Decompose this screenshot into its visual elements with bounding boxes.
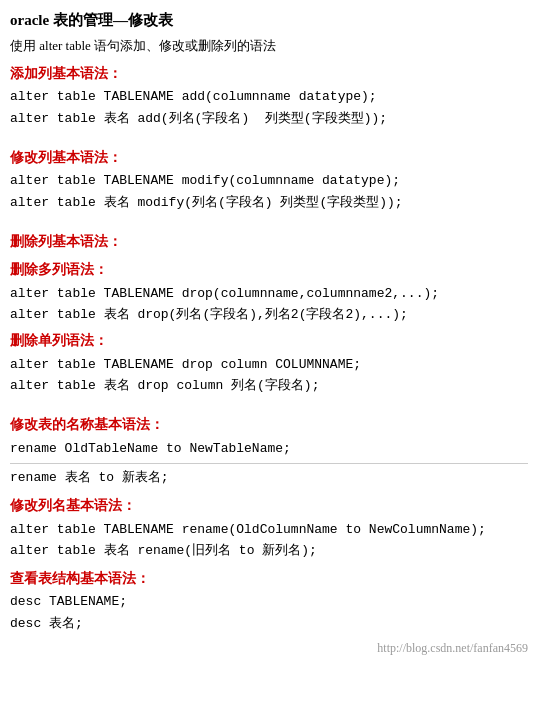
- section-rename-table: 修改表的名称基本语法： rename OldTableName to NewTa…: [10, 414, 528, 459]
- section-header-desc: 查看表结构基本语法：: [10, 568, 528, 590]
- code-modify-1: alter table TABLENAME modify(columnname …: [10, 171, 528, 192]
- code-drop-single-2: alter table 表名 drop column 列名(字段名);: [10, 376, 528, 397]
- code-drop-single-1: alter table TABLENAME drop column COLUMN…: [10, 355, 528, 376]
- watermark: http://blog.csdn.net/fanfan4569: [10, 639, 528, 658]
- section-add-col: 添加列基本语法： alter table TABLENAME add(colum…: [10, 63, 528, 130]
- section-drop: 删除列基本语法： 删除多列语法： alter table TABLENAME d…: [10, 231, 528, 397]
- code-desc-2: desc 表名;: [10, 614, 528, 635]
- code-modify-2: alter table 表名 modify(列名(字段名) 列类型(字段类型))…: [10, 193, 528, 214]
- divider-1: [10, 463, 528, 464]
- code-add-1: alter table TABLENAME add(columnname dat…: [10, 87, 528, 108]
- code-add-2: alter table 表名 add(列名(字段名) 列类型(字段类型));: [10, 109, 528, 130]
- code-drop-2: alter table 表名 drop(列名(字段名),列名2(字段名2),..…: [10, 305, 528, 326]
- section-header-drop: 删除列基本语法：: [10, 231, 528, 253]
- code-rename-col-1: alter table TABLENAME rename(OldColumnNa…: [10, 520, 528, 541]
- section-header-drop-single: 删除单列语法：: [10, 330, 528, 352]
- section-header-add: 添加列基本语法：: [10, 63, 528, 85]
- section-rename-col: 修改列名基本语法： alter table TABLENAME rename(O…: [10, 495, 528, 562]
- code-rename-table-2: rename 表名 to 新表名;: [10, 468, 528, 489]
- section-header-drop-multi: 删除多列语法：: [10, 259, 528, 281]
- section-modify-col: 修改列基本语法： alter table TABLENAME modify(co…: [10, 147, 528, 214]
- code-rename-table-1: rename OldTableName to NewTableName;: [10, 439, 528, 460]
- code-drop-1: alter table TABLENAME drop(columnname,co…: [10, 284, 528, 305]
- page-title: oracle 表的管理—修改表: [10, 8, 528, 32]
- section-desc: 查看表结构基本语法： desc TABLENAME; desc 表名;: [10, 568, 528, 635]
- section-header-rename-col: 修改列名基本语法：: [10, 495, 528, 517]
- code-rename-col-2: alter table 表名 rename(旧列名 to 新列名);: [10, 541, 528, 562]
- section-header-rename-table: 修改表的名称基本语法：: [10, 414, 528, 436]
- code-desc-1: desc TABLENAME;: [10, 592, 528, 613]
- section-header-modify: 修改列基本语法：: [10, 147, 528, 169]
- intro-text: 使用 alter table 语句添加、修改或删除列的语法: [10, 36, 528, 57]
